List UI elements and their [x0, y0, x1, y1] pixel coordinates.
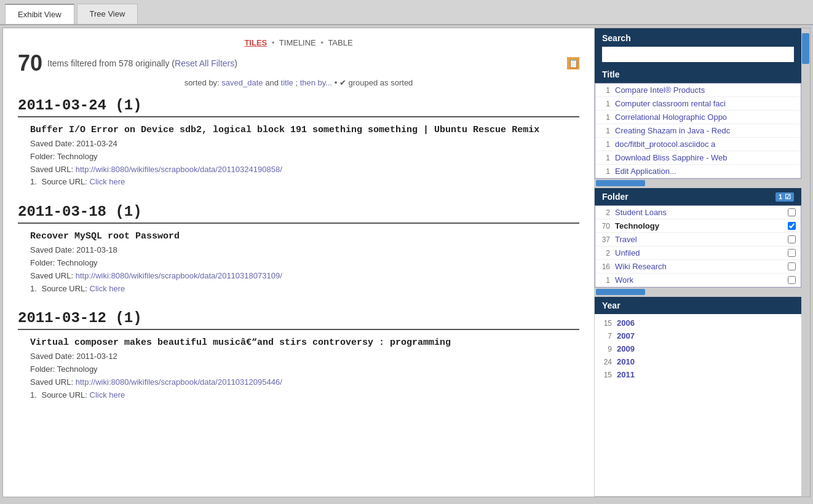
folder-filter-item[interactable]: 16Wiki Research	[595, 260, 801, 274]
title-item-label[interactable]: doc/fitbit_protocol.asciidoc a	[615, 140, 796, 149]
year-section-header: Year	[595, 297, 801, 314]
title-filter-item[interactable]: 1Download Bliss Sapphire - Web	[595, 151, 801, 165]
tiles-view-link[interactable]: TILES	[244, 38, 267, 47]
year-filter-item[interactable]: 72007	[595, 329, 801, 342]
sidebar-inner: Search Title 1Compare Intel® Products1Co…	[595, 28, 801, 497]
year-item-label[interactable]: 2009	[617, 344, 635, 353]
title-filter-item[interactable]: 1Edit Application...	[595, 165, 801, 178]
year-filter-item[interactable]: 152006	[595, 317, 801, 329]
filter-icon-button[interactable]: 📋	[567, 57, 579, 69]
year-filter-item[interactable]: 92009	[595, 342, 801, 355]
item-saved-url: Saved URL: http://wiki:8080/wikifiles/sc…	[30, 376, 579, 389]
title-item-label[interactable]: Correlational Holographic Oppo	[615, 112, 796, 122]
tab-tree[interactable]: Tree View	[77, 4, 138, 24]
view-controls: TILES • TIMELINE • TABLE	[18, 38, 579, 47]
folder-item-checkbox[interactable]	[788, 208, 796, 216]
year-section: Year 1520067200792009242010152011	[595, 297, 801, 497]
saved-url-link[interactable]: http://wiki:8080/wikifiles/scrapbook/dat…	[76, 377, 282, 387]
title-filter-item[interactable]: 1Compare Intel® Products	[595, 84, 801, 97]
sort-saved-date[interactable]: saved_date	[221, 78, 263, 87]
year-item-label[interactable]: 2011	[617, 370, 635, 379]
search-input[interactable]	[602, 47, 794, 62]
title-item-count: 1	[600, 167, 610, 176]
folder-item-count: 70	[600, 222, 610, 230]
year-item-count: 7	[600, 332, 612, 341]
source-url-link[interactable]: Click here	[90, 284, 125, 293]
date-heading: 2011-03-18 (1)	[18, 203, 579, 224]
source-url-link[interactable]: Click here	[90, 177, 125, 186]
then-by-link[interactable]: then by...	[300, 78, 333, 87]
folder-filter-item[interactable]: 70Technology	[595, 219, 801, 233]
folder-filter-item[interactable]: 2Unfiled	[595, 246, 801, 260]
folder-item-checkbox[interactable]	[788, 235, 796, 243]
folder-count-badge: 1 ☑	[775, 192, 794, 202]
sidebar-scrollbar[interactable]	[801, 28, 810, 497]
year-item-count: 24	[600, 358, 612, 366]
item-folder: Folder: Technology	[30, 151, 579, 163]
title-h-scroll-thumb	[596, 180, 645, 186]
year-filter-item[interactable]: 242010	[595, 355, 801, 368]
title-filter-item[interactable]: 1doc/fitbit_protocol.asciidoc a	[595, 138, 801, 151]
date-heading: 2011-03-24 (1)	[18, 97, 579, 117]
table-view-link[interactable]: TABLE	[328, 38, 352, 47]
saved-url-link[interactable]: http://wiki:8080/wikifiles/scrapbook/dat…	[76, 271, 282, 280]
folder-item-checkbox[interactable]	[788, 276, 796, 284]
folder-filter-item[interactable]: 1Work	[595, 274, 801, 287]
title-item-count: 1	[600, 100, 610, 108]
item-source-url: 1. Source URL: Click here	[30, 176, 579, 189]
tab-exhibit[interactable]: Exhibit View	[5, 4, 74, 24]
folder-item-label[interactable]: Travel	[615, 235, 788, 244]
title-filter-item[interactable]: 1Creating Shazam in Java - Redc	[595, 124, 801, 138]
title-item-label[interactable]: Computer classroom rental faci	[615, 99, 796, 108]
title-item-count: 1	[600, 113, 610, 122]
saved-url-link[interactable]: http://wiki:8080/wikifiles/scrapbook/dat…	[76, 165, 282, 174]
reset-filters-link[interactable]: Reset All Filters	[175, 58, 234, 68]
sort-title[interactable]: title	[281, 78, 293, 87]
year-item-label[interactable]: 2010	[617, 357, 635, 366]
item-card: Recover MySQL root Password Saved Date: …	[30, 231, 579, 295]
sidebar: Search Title 1Compare Intel® Products1Co…	[595, 28, 810, 497]
source-url-link[interactable]: Click here	[90, 390, 125, 400]
filter-text: Items filtered from 578 originally (Rese…	[47, 58, 237, 68]
filter-bar: 70 Items filtered from 578 originally (R…	[18, 52, 579, 74]
folder-item-label[interactable]: Unfiled	[615, 248, 788, 258]
search-label: Search	[602, 33, 794, 43]
title-item-label[interactable]: Compare Intel® Products	[615, 85, 796, 95]
title-item-label[interactable]: Download Bliss Sapphire - Web	[615, 153, 796, 162]
folder-h-scrollbar[interactable]	[595, 288, 801, 296]
year-item-label[interactable]: 2007	[617, 331, 635, 341]
folder-item-label[interactable]: Technology	[615, 221, 788, 230]
item-saved-date: Saved Date: 2011-03-18	[30, 244, 579, 257]
year-filter-item[interactable]: 152011	[595, 368, 801, 381]
folder-item-label[interactable]: Student Loans	[615, 208, 788, 217]
folder-item-count: 2	[600, 208, 610, 217]
title-section: Title 1Compare Intel® Products1Computer …	[595, 66, 801, 188]
folder-item-label[interactable]: Work	[615, 275, 788, 285]
item-saved-url: Saved URL: http://wiki:8080/wikifiles/sc…	[30, 163, 579, 176]
search-section: Search	[595, 28, 801, 66]
folder-filter-item[interactable]: 37Travel	[595, 233, 801, 246]
timeline-view-link[interactable]: TIMELINE	[279, 38, 316, 47]
folder-item-checkbox[interactable]	[788, 222, 796, 230]
item-folder: Folder: Technology	[30, 257, 579, 270]
title-item-label[interactable]: Edit Application...	[615, 167, 796, 176]
folder-item-label[interactable]: Wiki Research	[615, 262, 788, 271]
year-item-label[interactable]: 2006	[617, 318, 635, 328]
title-item-count: 1	[600, 154, 610, 162]
title-item-label[interactable]: Creating Shazam in Java - Redc	[615, 126, 796, 135]
item-saved-date: Saved Date: 2011-03-12	[30, 350, 579, 363]
folder-item-checkbox[interactable]	[788, 249, 796, 257]
title-filter-item[interactable]: 1Computer classroom rental faci	[595, 97, 801, 111]
title-h-scrollbar[interactable]	[595, 179, 801, 187]
title-filter-item[interactable]: 1Correlational Holographic Oppo	[595, 111, 801, 124]
date-group: 2011-03-24 (1) Buffer I/O Error on Devic…	[18, 97, 579, 189]
folder-item-checkbox[interactable]	[788, 262, 796, 270]
year-item-count: 15	[600, 371, 612, 379]
title-item-count: 1	[600, 127, 610, 135]
date-group: 2011-03-12 (1) Virtual composer makes be…	[18, 310, 579, 401]
folder-filter-item[interactable]: 2Student Loans	[595, 206, 801, 219]
year-item-count: 15	[600, 319, 612, 328]
item-number: 1.	[30, 390, 37, 400]
title-label: Title	[602, 69, 620, 79]
folder-item-count: 1	[600, 276, 610, 285]
